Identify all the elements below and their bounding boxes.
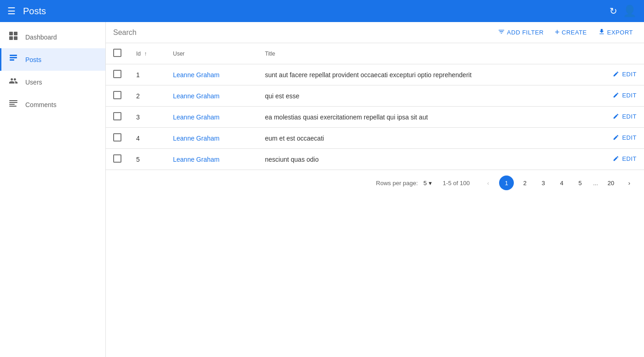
row-title-cell: ea molestias quasi exercitationem repell…: [258, 107, 598, 128]
sidebar-item-comments[interactable]: Comments: [0, 93, 105, 116]
topbar: ☰ Posts ↻ 👤: [0, 0, 644, 22]
content-area: ADD FILTER + CREATE EXPORT: [106, 22, 644, 357]
row-user-cell: Leanne Graham: [166, 149, 258, 170]
user-link[interactable]: Leanne Graham: [173, 92, 219, 100]
edit-button[interactable]: EDIT: [613, 92, 637, 99]
filter-icon: [498, 28, 505, 37]
pagination-ellipsis: ...: [591, 180, 600, 187]
rows-per-page-value: 5: [423, 180, 426, 187]
page-5-button[interactable]: 5: [573, 176, 587, 190]
row-checkbox-cell: [106, 149, 129, 170]
row-actions-cell: EDIT: [598, 64, 644, 85]
sidebar-item-dashboard[interactable]: Dashboard: [0, 26, 105, 48]
row-user-cell: Leanne Graham: [166, 128, 258, 149]
plus-icon: +: [555, 28, 560, 37]
row-user-cell: Leanne Graham: [166, 107, 258, 128]
topbar-left: ☰ Posts: [7, 6, 46, 17]
edit-button[interactable]: EDIT: [613, 155, 637, 162]
sidebar-item-label: Posts: [25, 56, 41, 63]
row-checkbox[interactable]: [113, 91, 121, 99]
row-checkbox-cell: [106, 128, 129, 149]
row-checkbox[interactable]: [113, 112, 121, 120]
page-4-button[interactable]: 4: [554, 176, 569, 190]
row-user-cell: Leanne Graham: [166, 85, 258, 107]
sidebar-item-label: Users: [25, 79, 42, 86]
pagination: Rows per page: 5 ▾ 1-5 of 100 ‹ 1 2 3 4 …: [106, 170, 644, 196]
topbar-right: ↻ 👤: [610, 5, 637, 17]
row-checkbox[interactable]: [113, 154, 121, 163]
page-1-button[interactable]: 1: [499, 176, 514, 190]
rows-per-page-dropdown-icon: ▾: [429, 180, 432, 187]
dashboard-icon: [9, 31, 18, 43]
svg-rect-1: [14, 32, 17, 35]
row-actions-cell: EDIT: [598, 149, 644, 170]
add-filter-button[interactable]: ADD FILTER: [494, 26, 547, 39]
next-page-button[interactable]: ›: [622, 176, 637, 190]
refresh-icon[interactable]: ↻: [610, 6, 617, 17]
table-row: 1 Leanne Graham sunt aut facere repellat…: [106, 64, 644, 85]
row-id-cell: 1: [129, 64, 166, 85]
svg-rect-4: [10, 55, 17, 56]
menu-icon[interactable]: ☰: [7, 6, 16, 17]
user-link[interactable]: Leanne Graham: [173, 156, 219, 163]
svg-rect-8: [9, 102, 17, 103]
svg-rect-5: [10, 57, 17, 58]
export-icon: [598, 28, 605, 37]
create-button[interactable]: + CREATE: [551, 26, 591, 39]
account-icon[interactable]: 👤: [623, 5, 637, 17]
svg-rect-6: [10, 59, 14, 61]
row-title-cell: eum et est occaecati: [258, 128, 598, 149]
rows-per-page-select[interactable]: 5 ▾: [423, 180, 431, 187]
posts-table: Id ↑ User Title 1: [106, 43, 644, 170]
row-checkbox[interactable]: [113, 70, 121, 78]
column-header-id[interactable]: Id ↑: [129, 43, 166, 64]
sidebar-item-posts[interactable]: Posts: [0, 48, 105, 71]
column-header-user[interactable]: User: [166, 43, 258, 64]
column-header-actions: [598, 43, 644, 64]
toolbar: ADD FILTER + CREATE EXPORT: [106, 22, 644, 43]
svg-rect-7: [9, 100, 17, 101]
page-last-button[interactable]: 20: [604, 176, 618, 190]
page-2-button[interactable]: 2: [518, 176, 532, 190]
search-input[interactable]: [113, 28, 205, 37]
row-checkbox-cell: [106, 64, 129, 85]
row-actions-cell: EDIT: [598, 128, 644, 149]
page-3-button[interactable]: 3: [536, 176, 551, 190]
svg-rect-10: [9, 106, 17, 107]
sidebar: Dashboard Posts Users: [0, 22, 106, 357]
row-title-cell: qui est esse: [258, 85, 598, 107]
user-link[interactable]: Leanne Graham: [173, 113, 219, 121]
user-link[interactable]: Leanne Graham: [173, 135, 219, 142]
column-header-title[interactable]: Title: [258, 43, 598, 64]
select-all-checkbox[interactable]: [113, 49, 121, 57]
sidebar-item-label: Comments: [25, 101, 57, 108]
row-checkbox-cell: [106, 85, 129, 107]
edit-button[interactable]: EDIT: [613, 134, 637, 141]
row-checkbox[interactable]: [113, 133, 121, 142]
comments-icon: [9, 99, 18, 110]
row-user-cell: Leanne Graham: [166, 64, 258, 85]
row-id-cell: 3: [129, 107, 166, 128]
table-row: 2 Leanne Graham qui est esse EDIT: [106, 85, 644, 107]
table-row: 5 Leanne Graham nesciunt quas odio EDIT: [106, 149, 644, 170]
row-id-cell: 4: [129, 128, 166, 149]
sidebar-item-label: Dashboard: [25, 34, 57, 41]
prev-page-button[interactable]: ‹: [481, 176, 495, 190]
posts-icon: [9, 54, 18, 65]
table-row: 3 Leanne Graham ea molestias quasi exerc…: [106, 107, 644, 128]
svg-rect-2: [9, 36, 13, 40]
rows-per-page-label: Rows per page:: [376, 180, 418, 187]
row-actions-cell: EDIT: [598, 85, 644, 107]
edit-button[interactable]: EDIT: [613, 113, 637, 120]
topbar-title: Posts: [23, 6, 46, 17]
svg-rect-3: [14, 36, 17, 40]
user-link[interactable]: Leanne Graham: [173, 71, 219, 79]
pagination-range: 1-5 of 100: [443, 180, 470, 187]
row-id-cell: 5: [129, 149, 166, 170]
sort-asc-icon: ↑: [144, 51, 147, 57]
svg-rect-9: [9, 104, 15, 105]
sidebar-item-users[interactable]: Users: [0, 71, 105, 93]
edit-button[interactable]: EDIT: [613, 71, 637, 78]
table-row: 4 Leanne Graham eum et est occaecati EDI…: [106, 128, 644, 149]
export-button[interactable]: EXPORT: [594, 26, 637, 39]
